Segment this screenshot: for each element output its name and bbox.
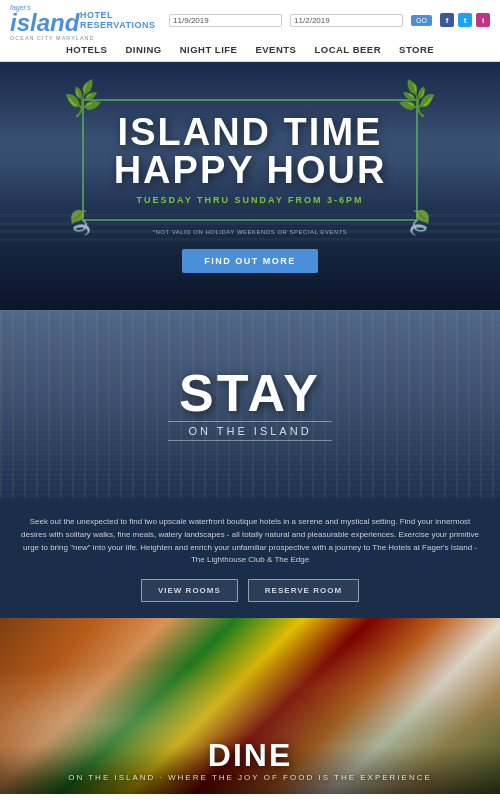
facebook-icon[interactable]: f — [440, 13, 454, 27]
hero-subtitle: TUESDAY THRU SUNDAY FROM 3-6PM — [114, 195, 387, 205]
stay-subtitle: ON THE ISLAND — [168, 421, 331, 441]
reserve-room-button[interactable]: RESERVE ROOM — [248, 579, 359, 602]
logo-location-text: OCEAN CITY MARYLAND — [10, 35, 95, 41]
food-subtitle: on the island · where the joy of food is… — [68, 773, 432, 782]
header-top-bar: fager's island OCEAN CITY MARYLAND HOTEL… — [0, 0, 500, 38]
view-rooms-button[interactable]: VIEW ROOMS — [141, 579, 238, 602]
stay-hero: STAY ON THE ISLAND — [0, 310, 500, 498]
hotel-info-section: Seek out the unexpected to find two upsc… — [0, 498, 500, 618]
food-hero: DINE on the island · where the joy of fo… — [0, 618, 500, 794]
hotel-search-button[interactable]: GO — [411, 15, 432, 26]
nav-localbeer[interactable]: LOCAL BEER — [314, 44, 381, 55]
hotel-action-buttons: VIEW ROOMS RESERVE ROOM — [20, 579, 480, 602]
social-icons-group: f t i — [440, 13, 490, 27]
happy-hour-hero: 🌿 🌿 🍃 🍃 ISLAND TIME HAPPY HOUR TUESDAY T… — [0, 62, 500, 310]
header-right-controls: HOTEL RESERVATIONS GO f t i — [80, 10, 490, 30]
logo-container: fager's island OCEAN CITY MARYLAND — [10, 4, 80, 36]
hero-title-box: 🌿 🌿 🍃 🍃 ISLAND TIME HAPPY HOUR TUESDAY T… — [82, 99, 419, 221]
nav-dining[interactable]: DINING — [125, 44, 161, 55]
hero-title-line1: ISLAND TIME — [114, 113, 387, 151]
leaf-bottom-right-icon: 🍃 — [400, 205, 438, 242]
stay-title: STAY — [179, 367, 321, 419]
nav-store[interactable]: STORE — [399, 44, 434, 55]
food-title: DINE — [208, 739, 292, 771]
nav-hotels[interactable]: HOTELS — [66, 44, 108, 55]
find-out-more-button[interactable]: FIND OUT MORE — [182, 249, 318, 273]
hero-disclaimer: *NOT VALID ON HOLIDAY WEEKENDS OR SPECIA… — [153, 229, 348, 235]
checkin-date-input[interactable] — [169, 14, 282, 27]
hero-title-line2: HAPPY HOUR — [114, 151, 387, 189]
food-content: DINE on the island · where the joy of fo… — [0, 618, 500, 794]
leaf-top-right-icon: 🌿 — [395, 78, 439, 121]
twitter-icon[interactable]: t — [458, 13, 472, 27]
stay-content: STAY ON THE ISLAND — [0, 310, 500, 498]
logo-island-text: island — [10, 11, 95, 35]
leaf-top-left-icon: 🌿 — [61, 78, 105, 121]
hero-content: 🌿 🌿 🍃 🍃 ISLAND TIME HAPPY HOUR TUESDAY T… — [0, 62, 500, 310]
nav-events[interactable]: EVENTS — [255, 44, 296, 55]
instagram-icon[interactable]: i — [476, 13, 490, 27]
leaf-bottom-left-icon: 🍃 — [62, 205, 100, 242]
logo-area: fager's island OCEAN CITY MARYLAND — [10, 4, 80, 36]
site-header: fager's island OCEAN CITY MARYLAND HOTEL… — [0, 0, 500, 62]
checkout-date-input[interactable] — [290, 14, 403, 27]
hotel-info-description: Seek out the unexpected to find two upsc… — [20, 516, 480, 567]
nav-nightlife[interactable]: NIGHT LIFE — [180, 44, 238, 55]
main-navigation: HOTELS DINING NIGHT LIFE EVENTS LOCAL BE… — [0, 38, 500, 61]
